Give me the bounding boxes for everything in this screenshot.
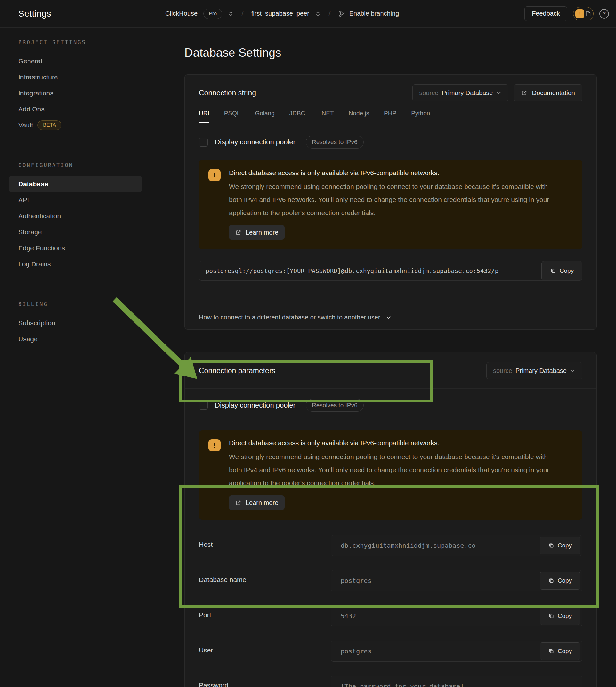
tab-jdbc[interactable]: JDBC xyxy=(289,110,305,123)
card-title: Connection string xyxy=(199,89,256,97)
copy-label: Copy xyxy=(558,613,572,619)
copy-icon xyxy=(548,648,554,655)
feedback-button[interactable]: Feedback xyxy=(524,6,567,21)
pooler-label: Display connection pooler xyxy=(215,401,295,409)
tab-python[interactable]: Python xyxy=(411,110,430,123)
copy-user-button[interactable]: Copy xyxy=(540,642,580,660)
ipv6-warning-panel: ! Direct database access is only availab… xyxy=(199,430,582,519)
password-field-row: Password [The password for your database… xyxy=(199,676,582,687)
sidebar-item-label: Integrations xyxy=(18,89,53,97)
sidebar-item-label: Storage xyxy=(18,228,42,236)
project-select-chevrons-icon[interactable] xyxy=(315,11,321,17)
connection-string-header: Connection string source Primary Databas… xyxy=(185,74,596,102)
field-label: User xyxy=(199,641,331,654)
inbox-doc-icon xyxy=(585,10,591,17)
sidebar-item-edge-functions[interactable]: Edge Functions xyxy=(9,240,142,256)
sidebar-item-vault[interactable]: Vault BETA xyxy=(9,117,142,133)
copy-icon xyxy=(550,268,556,274)
sidebar-item-general[interactable]: General xyxy=(9,53,142,69)
page-header-title: Settings xyxy=(18,9,51,19)
port-field-row: Port 5432 Copy xyxy=(199,605,582,626)
sidebar-item-add-ons[interactable]: Add Ons xyxy=(9,101,142,117)
tab-dotnet[interactable]: .NET xyxy=(320,110,334,123)
documentation-label: Documentation xyxy=(532,89,575,97)
sidebar-item-infrastructure[interactable]: Infrastructure xyxy=(9,69,142,85)
display-connection-pooler-checkbox[interactable] xyxy=(199,401,208,410)
host-input[interactable]: db.cxhygiuitamxhniiddjm.supabase.co Copy xyxy=(331,535,582,556)
connection-uri-field[interactable]: postgresql://postgres:[YOUR-PASSWORD]@db… xyxy=(199,261,582,281)
copy-host-button[interactable]: Copy xyxy=(540,536,580,554)
field-value: db.cxhygiuitamxhniiddjm.supabase.co xyxy=(340,542,476,549)
ipv6-warning-panel: ! Direct database access is only availab… xyxy=(199,160,582,249)
host-field-row: Host db.cxhygiuitamxhniiddjm.supabase.co… xyxy=(199,535,582,556)
learn-more-button[interactable]: Learn more xyxy=(229,225,285,240)
connection-parameters-card: Connection parameters source Primary Dat… xyxy=(184,352,597,687)
sidebar-item-log-drains[interactable]: Log Drains xyxy=(9,256,142,272)
org-select-chevrons-icon[interactable] xyxy=(228,11,234,17)
learn-more-button[interactable]: Learn more xyxy=(229,495,285,510)
settings-sidebar: PROJECT SETTINGS General Infrastructure … xyxy=(0,27,151,687)
sidebar-item-label: Add Ons xyxy=(18,105,44,113)
breadcrumb-project[interactable]: first_supabase_peer xyxy=(251,10,309,17)
source-select[interactable]: source Primary Database xyxy=(486,362,582,379)
password-input[interactable]: [The password for your database] xyxy=(331,676,582,687)
source-select-label: source xyxy=(419,89,438,97)
warning-content: Direct database access is only available… xyxy=(229,169,555,240)
sidebar-section-title: PROJECT SETTINGS xyxy=(18,39,142,45)
settings-header-cell: Settings xyxy=(0,0,151,27)
breadcrumb-org[interactable]: ClickHouse xyxy=(165,10,198,17)
tab-nodejs[interactable]: Node.js xyxy=(349,110,369,123)
sidebar-item-usage[interactable]: Usage xyxy=(9,331,142,347)
database-name-input[interactable]: postgres Copy xyxy=(331,570,582,591)
plan-badge: Pro xyxy=(203,9,222,19)
alert-badge-icon: ! xyxy=(575,9,584,18)
tab-uri[interactable]: URI xyxy=(199,110,210,123)
field-label: Port xyxy=(199,605,331,619)
chevron-down-icon xyxy=(386,314,392,321)
source-select-value: Primary Database xyxy=(515,367,567,375)
sidebar-item-subscription[interactable]: Subscription xyxy=(9,315,142,331)
copy-port-button[interactable]: Copy xyxy=(540,607,580,625)
copy-uri-button[interactable]: Copy xyxy=(542,261,582,281)
content-shell: PROJECT SETTINGS General Infrastructure … xyxy=(0,27,616,687)
enable-branching-button[interactable]: Enable branching xyxy=(338,10,399,17)
source-select[interactable]: source Primary Database xyxy=(412,84,508,102)
connection-string-body: Display connection pooler Resolves to IP… xyxy=(185,123,596,293)
sidebar-item-database[interactable]: Database xyxy=(9,176,142,192)
help-button[interactable]: ? xyxy=(599,9,609,19)
copy-label: Copy xyxy=(558,577,572,584)
connect-help-expander[interactable]: How to connect to a different database o… xyxy=(185,305,596,329)
sidebar-item-storage[interactable]: Storage xyxy=(9,224,142,240)
sidebar-item-label: Authentication xyxy=(18,212,61,220)
sidebar-item-label: Usage xyxy=(18,335,38,343)
sidebar-item-label: Edge Functions xyxy=(18,244,65,252)
sidebar-item-label: Log Drains xyxy=(18,260,51,268)
breadcrumb-separator: / xyxy=(327,9,333,18)
port-input[interactable]: 5432 Copy xyxy=(331,605,582,626)
app-window: Settings ClickHouse Pro / first_supabase… xyxy=(0,0,616,687)
sidebar-section-title: CONFIGURATION xyxy=(18,162,142,169)
sidebar-item-label: General xyxy=(18,57,42,65)
sidebar-item-label: Infrastructure xyxy=(18,73,58,81)
breadcrumb-separator: / xyxy=(240,9,246,18)
sidebar-item-authentication[interactable]: Authentication xyxy=(9,208,142,224)
tab-golang[interactable]: Golang xyxy=(255,110,274,123)
documentation-button[interactable]: Documentation xyxy=(513,84,582,102)
warning-icon: ! xyxy=(208,439,221,451)
warning-title: Direct database access is only available… xyxy=(229,169,555,177)
notifications-button[interactable]: ! xyxy=(573,7,594,21)
user-input[interactable]: postgres Copy xyxy=(331,641,582,662)
copy-database-name-button[interactable]: Copy xyxy=(540,572,580,590)
tab-php[interactable]: PHP xyxy=(384,110,396,123)
sidebar-item-api[interactable]: API xyxy=(9,192,142,208)
tab-psql[interactable]: PSQL xyxy=(224,110,240,123)
pooler-label: Display connection pooler xyxy=(215,138,295,146)
copy-label: Copy xyxy=(560,267,574,274)
display-connection-pooler-checkbox[interactable] xyxy=(199,138,208,147)
copy-icon xyxy=(548,577,554,584)
breadcrumb: ClickHouse Pro / first_supabase_peer / E… xyxy=(151,0,616,27)
sidebar-item-integrations[interactable]: Integrations xyxy=(9,85,142,101)
card-title: Connection parameters xyxy=(199,367,276,375)
connection-parameters-body: Display connection pooler Resolves to IP… xyxy=(185,389,596,687)
beta-badge: BETA xyxy=(38,120,62,130)
